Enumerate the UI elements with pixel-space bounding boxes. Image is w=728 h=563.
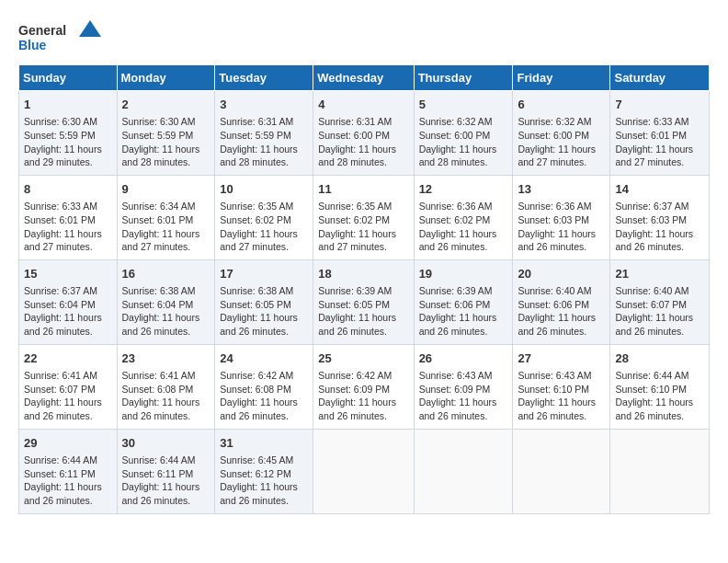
- column-header-saturday: Saturday: [610, 65, 710, 91]
- day-number: 9: [122, 181, 210, 198]
- day-number: 10: [220, 181, 308, 198]
- cell-content: Sunrise: 6:31 AM Sunset: 5:59 PM Dayligh…: [220, 115, 308, 169]
- calendar-cell: 16 Sunrise: 6:38 AM Sunset: 6:04 PM Dayl…: [117, 259, 215, 344]
- day-number: 31: [220, 435, 308, 452]
- day-number: 25: [318, 350, 408, 367]
- calendar-cell: 2 Sunrise: 6:30 AM Sunset: 5:59 PM Dayli…: [117, 91, 215, 176]
- cell-content: Sunrise: 6:43 AM Sunset: 6:10 PM Dayligh…: [518, 369, 605, 423]
- calendar-cell: 24 Sunrise: 6:42 AM Sunset: 6:08 PM Dayl…: [215, 344, 313, 429]
- column-header-tuesday: Tuesday: [215, 65, 313, 91]
- calendar-cell: 12 Sunrise: 6:36 AM Sunset: 6:02 PM Dayl…: [414, 175, 513, 259]
- calendar-cell: 6 Sunrise: 6:32 AM Sunset: 6:00 PM Dayli…: [513, 91, 610, 176]
- calendar-week-row: 8 Sunrise: 6:33 AM Sunset: 6:01 PM Dayli…: [19, 175, 710, 259]
- calendar-cell: 14 Sunrise: 6:37 AM Sunset: 6:03 PM Dayl…: [610, 175, 710, 259]
- calendar-table: SundayMondayTuesdayWednesdayThursdayFrid…: [18, 64, 710, 514]
- day-number: 29: [24, 435, 112, 452]
- calendar-cell: 18 Sunrise: 6:39 AM Sunset: 6:05 PM Dayl…: [313, 259, 414, 344]
- calendar-week-row: 1 Sunrise: 6:30 AM Sunset: 5:59 PM Dayli…: [19, 91, 710, 176]
- header: General Blue: [18, 18, 710, 55]
- cell-content: Sunrise: 6:32 AM Sunset: 6:00 PM Dayligh…: [419, 115, 508, 169]
- day-number: 4: [318, 97, 408, 113]
- day-number: 6: [518, 97, 605, 113]
- day-number: 28: [615, 350, 704, 367]
- day-number: 18: [318, 266, 408, 282]
- calendar-week-row: 15 Sunrise: 6:37 AM Sunset: 6:04 PM Dayl…: [19, 259, 710, 344]
- calendar-cell: 29 Sunrise: 6:44 AM Sunset: 6:11 PM Dayl…: [19, 429, 118, 513]
- cell-content: Sunrise: 6:41 AM Sunset: 6:07 PM Dayligh…: [24, 369, 112, 423]
- day-number: 21: [615, 266, 704, 282]
- logo: General Blue: [18, 18, 101, 55]
- calendar-cell: 23 Sunrise: 6:41 AM Sunset: 6:08 PM Dayl…: [117, 344, 215, 429]
- calendar-cell: 19 Sunrise: 6:39 AM Sunset: 6:06 PM Dayl…: [414, 259, 513, 344]
- calendar-cell: 25 Sunrise: 6:42 AM Sunset: 6:09 PM Dayl…: [313, 344, 414, 429]
- cell-content: Sunrise: 6:44 AM Sunset: 6:11 PM Dayligh…: [24, 454, 112, 508]
- cell-content: Sunrise: 6:35 AM Sunset: 6:02 PM Dayligh…: [318, 200, 408, 254]
- cell-content: Sunrise: 6:43 AM Sunset: 6:09 PM Dayligh…: [419, 369, 508, 423]
- calendar-cell: 7 Sunrise: 6:33 AM Sunset: 6:01 PM Dayli…: [610, 91, 710, 176]
- calendar-cell: 20 Sunrise: 6:40 AM Sunset: 6:06 PM Dayl…: [513, 259, 610, 344]
- cell-content: Sunrise: 6:30 AM Sunset: 5:59 PM Dayligh…: [24, 115, 112, 169]
- column-header-thursday: Thursday: [414, 65, 513, 91]
- calendar-cell: 21 Sunrise: 6:40 AM Sunset: 6:07 PM Dayl…: [610, 259, 710, 344]
- cell-content: Sunrise: 6:39 AM Sunset: 6:05 PM Dayligh…: [318, 284, 408, 339]
- column-header-monday: Monday: [117, 65, 215, 91]
- cell-content: Sunrise: 6:36 AM Sunset: 6:02 PM Dayligh…: [419, 200, 508, 254]
- calendar-week-row: 22 Sunrise: 6:41 AM Sunset: 6:07 PM Dayl…: [19, 344, 710, 429]
- day-number: 5: [419, 97, 508, 113]
- day-number: 15: [24, 266, 112, 282]
- cell-content: Sunrise: 6:31 AM Sunset: 6:00 PM Dayligh…: [318, 115, 408, 169]
- day-number: 24: [220, 350, 308, 367]
- calendar-cell: [513, 429, 610, 513]
- day-number: 23: [122, 350, 210, 367]
- day-number: 13: [518, 181, 605, 198]
- calendar-cell: 8 Sunrise: 6:33 AM Sunset: 6:01 PM Dayli…: [19, 175, 118, 259]
- svg-text:Blue: Blue: [18, 38, 47, 52]
- cell-content: Sunrise: 6:30 AM Sunset: 5:59 PM Dayligh…: [122, 115, 210, 169]
- cell-content: Sunrise: 6:42 AM Sunset: 6:09 PM Dayligh…: [318, 369, 408, 423]
- cell-content: Sunrise: 6:32 AM Sunset: 6:00 PM Dayligh…: [518, 115, 605, 169]
- calendar-week-row: 29 Sunrise: 6:44 AM Sunset: 6:11 PM Dayl…: [19, 429, 710, 513]
- day-number: 16: [122, 266, 210, 282]
- logo-svg: General Blue: [18, 18, 101, 55]
- cell-content: Sunrise: 6:44 AM Sunset: 6:11 PM Dayligh…: [122, 454, 210, 508]
- cell-content: Sunrise: 6:33 AM Sunset: 6:01 PM Dayligh…: [615, 115, 704, 169]
- calendar-cell: 26 Sunrise: 6:43 AM Sunset: 6:09 PM Dayl…: [414, 344, 513, 429]
- calendar-cell: 27 Sunrise: 6:43 AM Sunset: 6:10 PM Dayl…: [513, 344, 610, 429]
- calendar-cell: 22 Sunrise: 6:41 AM Sunset: 6:07 PM Dayl…: [19, 344, 118, 429]
- calendar-cell: 30 Sunrise: 6:44 AM Sunset: 6:11 PM Dayl…: [117, 429, 215, 513]
- day-number: 17: [220, 266, 308, 282]
- column-header-friday: Friday: [513, 65, 610, 91]
- calendar-cell: 11 Sunrise: 6:35 AM Sunset: 6:02 PM Dayl…: [313, 175, 414, 259]
- cell-content: Sunrise: 6:42 AM Sunset: 6:08 PM Dayligh…: [220, 369, 308, 423]
- day-number: 14: [615, 181, 704, 198]
- column-header-sunday: Sunday: [19, 65, 118, 91]
- calendar-cell: 10 Sunrise: 6:35 AM Sunset: 6:02 PM Dayl…: [215, 175, 313, 259]
- calendar-cell: 3 Sunrise: 6:31 AM Sunset: 5:59 PM Dayli…: [215, 91, 313, 176]
- day-number: 8: [24, 181, 112, 198]
- day-number: 12: [419, 181, 508, 198]
- cell-content: Sunrise: 6:33 AM Sunset: 6:01 PM Dayligh…: [24, 200, 112, 254]
- day-number: 3: [220, 97, 308, 113]
- calendar-cell: 9 Sunrise: 6:34 AM Sunset: 6:01 PM Dayli…: [117, 175, 215, 259]
- day-number: 27: [518, 350, 605, 367]
- day-number: 2: [122, 97, 210, 113]
- calendar-cell: 17 Sunrise: 6:38 AM Sunset: 6:05 PM Dayl…: [215, 259, 313, 344]
- calendar-cell: 31 Sunrise: 6:45 AM Sunset: 6:12 PM Dayl…: [215, 429, 313, 513]
- day-number: 20: [518, 266, 605, 282]
- calendar-cell: 15 Sunrise: 6:37 AM Sunset: 6:04 PM Dayl…: [19, 259, 118, 344]
- cell-content: Sunrise: 6:45 AM Sunset: 6:12 PM Dayligh…: [220, 454, 308, 508]
- cell-content: Sunrise: 6:44 AM Sunset: 6:10 PM Dayligh…: [615, 369, 704, 423]
- cell-content: Sunrise: 6:39 AM Sunset: 6:06 PM Dayligh…: [419, 284, 508, 339]
- calendar-cell: 13 Sunrise: 6:36 AM Sunset: 6:03 PM Dayl…: [513, 175, 610, 259]
- cell-content: Sunrise: 6:40 AM Sunset: 6:06 PM Dayligh…: [518, 284, 605, 339]
- day-number: 7: [615, 97, 704, 113]
- day-number: 1: [24, 97, 112, 113]
- calendar-cell: 5 Sunrise: 6:32 AM Sunset: 6:00 PM Dayli…: [414, 91, 513, 176]
- svg-text:General: General: [18, 23, 66, 38]
- cell-content: Sunrise: 6:36 AM Sunset: 6:03 PM Dayligh…: [518, 200, 605, 254]
- day-number: 26: [419, 350, 508, 367]
- calendar-cell: 4 Sunrise: 6:31 AM Sunset: 6:00 PM Dayli…: [313, 91, 414, 176]
- cell-content: Sunrise: 6:38 AM Sunset: 6:05 PM Dayligh…: [220, 284, 308, 339]
- cell-content: Sunrise: 6:38 AM Sunset: 6:04 PM Dayligh…: [122, 284, 210, 339]
- calendar-cell: [414, 429, 513, 513]
